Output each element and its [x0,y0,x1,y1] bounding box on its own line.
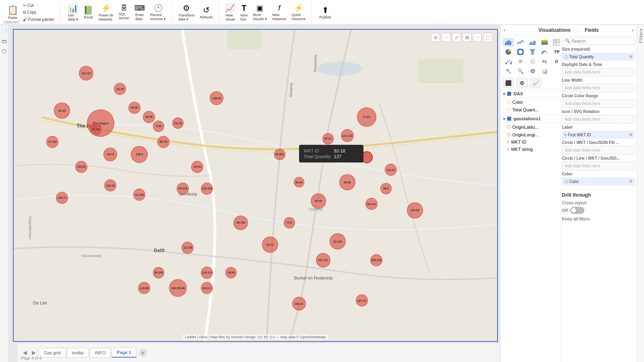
viz-format-icon2[interactable]: ⚙ [516,78,528,88]
tab-tooltip[interactable]: tooltip [67,348,89,358]
bubble-b44[interactable]: 100-156-88 [169,279,187,297]
bubble-b22[interactable]: 39-161 [274,149,285,160]
bubble-b49[interactable]: 127-22 [356,294,368,306]
bubble-b11[interactable]: 58-131 [157,136,169,148]
bubble-b38[interactable]: 22-143 [330,233,346,249]
format-painter-button[interactable]: 🖌Format painter [21,16,56,23]
recent-sources-button[interactable]: 🕐 Recentsources ▾ [148,2,168,23]
tab-gas-grid[interactable]: Gas grid [39,348,66,358]
bubble-b9[interactable]: 9-60 [153,121,164,132]
excel-button[interactable]: 📗 Excel [81,4,95,21]
bubble-b39[interactable]: 161-127 [316,253,330,267]
bubble-b25[interactable]: 3-121 [357,107,376,127]
bubble-b18[interactable]: 72-158 [133,189,145,201]
dax-section-header[interactable]: ▸ DAX [500,90,560,98]
bubble-b24[interactable]: 45-38 [311,193,326,209]
enter-data-button[interactable]: ⌨ Enterdata [132,2,147,23]
expand-button[interactable]: ⬚ [483,33,492,42]
sidebar-report-icon[interactable]: 📄 [1,28,8,34]
viz-analytics-icon[interactable]: 📊 [539,67,550,76]
more-options-button[interactable]: ⋯ [442,33,450,42]
get-data-button[interactable]: 📊 Getdata ▾ [66,2,80,23]
viz-pie-icon[interactable] [503,47,514,56]
tab-info[interactable]: INFO [90,348,111,358]
bubble-b4[interactable]: 35-34 [128,102,140,114]
bubble-b33[interactable]: 95-114 [365,198,378,210]
bubble-b10[interactable]: 131-53 [172,117,184,129]
bubble-b12[interactable]: 71-152 [46,136,58,148]
bubble-b1[interactable]: 15-115 [79,66,93,80]
viz-box-icon[interactable]: ⬠ [527,57,538,66]
paste-button[interactable]: 📋 Paste [5,3,21,21]
bubble-b35[interactable]: 86-150 [233,216,248,230]
viz-stacked-bar-icon[interactable] [539,38,550,47]
viz-field-icon[interactable]: ⬛ [503,78,514,88]
sidebar-data-icon[interactable]: 🗃 [2,38,7,44]
color-field-remove[interactable]: ✕ [629,179,633,184]
bubble-b3[interactable]: 61-53 [54,103,70,119]
more-visuals-button[interactable]: ▣ Morevisuals ▾ [251,2,269,23]
field-origin-long[interactable]: ⬡ OriginLongi... [500,131,560,138]
bubble-b37[interactable]: 19-74 [262,237,278,253]
bubble-b36[interactable]: 74-9 [284,217,295,228]
expand-panel-button[interactable]: › [632,27,634,33]
bubble-b26[interactable]: 67-21 [322,133,334,144]
color-field-chip[interactable]: ⬡Color ✕ [562,177,635,185]
bubble-b42[interactable]: 98-100 [153,267,164,278]
bubble-b19[interactable]: 63-118 [177,183,189,195]
viz-python-icon[interactable]: Py [539,57,550,66]
label-field-remove[interactable]: ✕ [629,132,633,138]
size-field-remove[interactable]: ✕ [629,54,633,60]
cross-report-toggle[interactable] [570,207,584,214]
bubble-b21[interactable]: 25-39 [191,161,203,173]
bubble-b15[interactable]: 152-61 [75,161,87,173]
bubble-b16[interactable]: 144-16 [104,179,116,191]
viz-ribbon-icon[interactable]: ⟳ [515,57,526,66]
field-wkt-id[interactable]: ≡ WKT ID [500,138,560,146]
bubble-b31[interactable]: 36-98 [339,174,355,190]
filter-button[interactable]: ⊟ [462,33,471,42]
viz-donut-icon[interactable] [515,47,526,56]
refresh-button[interactable]: ↺ Refresh [198,4,215,21]
viz-custom-build-icon[interactable]: 🔧 [503,67,514,76]
label-field-chip[interactable]: ≡First WKT ID ✕ [562,131,635,139]
bubble-b41[interactable]: 112-38 [182,242,194,254]
bubble-b46[interactable]: 118-112 [201,267,213,279]
viz-waterfall-icon[interactable] [503,57,514,66]
copy-button[interactable]: ⧉Copy [21,9,56,16]
bubble-b27[interactable]: 114-110 [341,129,354,142]
bubble-b8[interactable]: 60-58 [143,111,155,123]
viz-analytics-icon2[interactable]: 📈 [530,78,541,88]
visual-frame[interactable]: The Hague Ypenburg Delft De Lier Wippold… [13,29,498,342]
viz-funnel-icon[interactable] [527,47,538,56]
bubble-b17[interactable]: 141-71 [56,192,68,204]
dax-item-color[interactable]: ⬡ Color [500,98,560,106]
bubble-b47[interactable]: 36-86 [225,267,237,278]
viz-r-icon[interactable]: R [551,57,560,66]
circle-wkt-field-area[interactable]: Add data fields here [562,146,635,154]
bubble-b45[interactable]: 83-113 [201,282,213,294]
bubble-b30[interactable]: 121-87 [385,164,397,176]
tab-page1[interactable]: Page 1 [111,348,136,358]
viz-area-chart-icon[interactable] [527,38,538,47]
bubble-b34[interactable]: 142-99 [407,202,423,218]
publish-button[interactable]: ⬆ Publish [316,4,334,21]
bubble-b2[interactable]: 34-15 [114,83,126,95]
cut-button[interactable]: ✂Cut [21,2,56,8]
bubble-b5[interactable]: 126-25 [210,91,223,105]
bubble-b43[interactable]: 115-98 [138,282,150,294]
viz-table-icon[interactable] [551,38,560,47]
ellipsis-button[interactable]: ⋯ [473,33,482,42]
fields-search-input[interactable] [572,39,632,43]
sql-button[interactable]: 🗄 SQLServer [117,3,132,22]
line-width-field-area[interactable]: Add data fields here [562,84,635,92]
viz-search-icon[interactable]: 🔍 [515,67,526,76]
focus-mode-button[interactable]: ⊙ [431,33,440,42]
viz-map-icon[interactable]: 🗺 [551,47,560,56]
bubble-b14[interactable]: 158-8 [131,146,148,163]
new-visual-button[interactable]: 📈 Newvisual [223,2,237,23]
field-wkt-string[interactable]: ≡ WKT string [500,146,560,153]
bubble-b20[interactable]: 118-126 [201,183,213,195]
sidebar-model-icon[interactable]: ⬡ [2,48,6,54]
text-box-button[interactable]: T Newbox [238,2,250,23]
